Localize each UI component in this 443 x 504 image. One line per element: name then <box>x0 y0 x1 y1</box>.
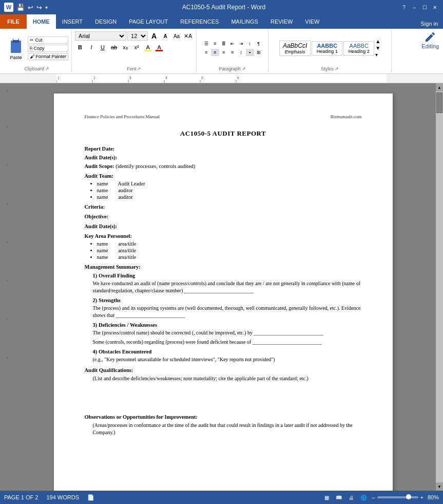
section3-heading: 3) Deficiencies / Weaknesses <box>93 322 362 328</box>
section3-body2[interactable]: Some (controls, records) regarding (proc… <box>93 339 362 346</box>
font-color-button[interactable]: A <box>154 42 164 52</box>
undo-icon[interactable]: ↩ <box>28 4 33 11</box>
help-button[interactable]: ? <box>400 3 408 11</box>
borders-button[interactable]: ⊞ <box>255 49 263 56</box>
increase-indent-button[interactable]: ⇥ <box>237 40 245 47</box>
italic-button[interactable]: I <box>86 42 97 52</box>
font-expand-icon[interactable]: ↗ <box>137 66 141 71</box>
section1-body[interactable]: We have conducted an audit of (name proc… <box>93 280 362 294</box>
clipboard-small-buttons: ✂ Cut ⎘ Copy 🖌 Format Painter <box>28 36 68 60</box>
svg-text:1: 1 <box>57 76 60 80</box>
change-case-button[interactable]: Aa <box>171 31 182 41</box>
view-normal-icon[interactable]: ▦ <box>322 493 331 501</box>
font-grow-button[interactable]: A <box>149 31 159 41</box>
signin-button[interactable]: Sign in <box>415 18 443 29</box>
tab-review[interactable]: REVIEW <box>264 14 299 29</box>
ruler-inner: 1 2 3 4 5 6 <box>56 74 387 83</box>
restore-button[interactable]: ☐ <box>420 3 429 11</box>
font-size-select[interactable]: 12 <box>127 31 148 41</box>
close-button[interactable]: ✕ <box>431 3 439 11</box>
ribbon-content: Paste ✂ Cut ⎘ Copy 🖌 Format Painter Clip… <box>0 29 443 74</box>
multilevel-list-button[interactable]: ≣ <box>220 40 228 47</box>
shading-button[interactable]: ▪ <box>246 49 254 56</box>
font-name-select[interactable]: Arial <box>75 31 126 41</box>
text-highlight-button[interactable]: A <box>143 42 153 52</box>
numbering-button[interactable]: ≡ <box>211 40 219 47</box>
superscript-button[interactable]: x² <box>131 42 142 52</box>
quick-save-icon[interactable]: 💾 <box>16 4 25 11</box>
observations-body[interactable]: (Areas/processes in conformance at the t… <box>93 422 362 436</box>
minimize-button[interactable]: – <box>410 3 418 11</box>
subscript-button[interactable]: x₂ <box>120 42 130 52</box>
svg-text:5: 5 <box>201 76 203 80</box>
tab-mailings[interactable]: MAILINGS <box>225 14 264 29</box>
strikethrough-button[interactable]: ab <box>109 42 119 52</box>
scroll-thumb[interactable] <box>436 92 442 113</box>
section2-body[interactable]: The (process) and its supporting systems… <box>93 305 362 319</box>
align-left-button[interactable]: ≡ <box>202 49 210 56</box>
styles-scroll-up[interactable]: ▲ <box>375 39 380 44</box>
paragraph-group-content: ☰ ≡ ≣ ⇤ ⇥ ↕ ¶ ≡ ≡ ≡ ≡ ↕ ▪ ⊞ <box>202 31 263 65</box>
decrease-indent-button[interactable]: ⇤ <box>228 40 237 47</box>
tab-view[interactable]: VIEW <box>299 14 325 29</box>
line-spacing-button[interactable]: ↕ <box>237 49 245 56</box>
audit-qual-body[interactable]: (List and describe deficiencies/weakness… <box>93 375 362 382</box>
tab-page-layout[interactable]: PAGE LAYOUT <box>123 14 174 29</box>
style-emphasis[interactable]: AaBbCcI Emphasis <box>279 41 311 56</box>
status-bar-right: ▦ 📖 🖨 🌐 – + 80% <box>322 493 439 501</box>
clipboard-expand-icon[interactable]: ↗ <box>45 66 49 71</box>
zoom-slider[interactable] <box>377 496 418 498</box>
audit-team-heading: Audit Team: <box>85 173 362 179</box>
font-shrink-button[interactable]: A <box>160 31 170 41</box>
scroll-down-button[interactable]: ▼ <box>436 482 443 491</box>
paragraph-expand-icon[interactable]: ↗ <box>242 66 246 71</box>
section2-heading: 2) Strengths <box>93 297 362 303</box>
word-count-icon[interactable]: 📄 <box>87 494 94 501</box>
paste-button[interactable]: Paste <box>5 35 27 62</box>
styles-expand[interactable]: ▾ <box>375 52 380 58</box>
style-heading2[interactable]: AABBC Heading 2 <box>343 41 374 55</box>
svg-rect-2 <box>13 38 18 40</box>
sort-button[interactable]: ↕ <box>246 40 254 47</box>
zoom-thumb[interactable] <box>406 494 411 499</box>
document-title[interactable]: AC1050-5 AUDIT REPORT <box>85 129 362 138</box>
vertical-scrollbar[interactable]: ▲ ▼ <box>436 83 443 491</box>
objective-heading: Objective: <box>85 214 362 219</box>
tab-insert[interactable]: INSERT <box>56 14 89 29</box>
status-bar-left: PAGE 1 OF 2 194 WORDS 📄 <box>4 494 94 501</box>
bullets-button[interactable]: ☰ <box>202 40 210 47</box>
zoom-minus-button[interactable]: – <box>372 494 375 500</box>
align-right-button[interactable]: ≡ <box>220 49 228 56</box>
view-print-icon[interactable]: 🖨 <box>347 493 355 501</box>
scroll-up-button[interactable]: ▲ <box>436 83 443 91</box>
copy-button[interactable]: ⎘ Copy <box>28 45 68 52</box>
bold-button[interactable]: B <box>75 42 85 52</box>
styles-scroll-down[interactable]: ▼ <box>375 45 380 51</box>
show-hide-button[interactable]: ¶ <box>255 40 263 47</box>
tab-references[interactable]: REFERENCES <box>174 14 225 29</box>
format-painter-button[interactable]: 🖌 Format Painter <box>28 53 68 60</box>
document-area[interactable]: Finance Policies and Procedures Manual B… <box>10 83 436 491</box>
clear-formatting-button[interactable]: ✕A <box>183 31 193 41</box>
svg-text:3: 3 <box>129 76 131 80</box>
section4-body[interactable]: (e.g., "Key personnel unavailable for sc… <box>93 356 362 363</box>
font-group: Arial 12 A A Aa ✕A B I U ab x₂ x² <box>72 30 197 72</box>
tab-home[interactable]: HOME <box>27 14 56 29</box>
zoom-plus-button[interactable]: + <box>420 494 423 500</box>
underline-button[interactable]: U <box>98 42 108 52</box>
align-center-button[interactable]: ≡ <box>211 49 219 56</box>
cut-button[interactable]: ✂ Cut <box>28 36 68 44</box>
redo-icon[interactable]: ↪ <box>36 4 42 11</box>
styles-expand-icon[interactable]: ↗ <box>335 66 339 71</box>
audit-dates-field: Audit Date(s): <box>85 155 362 160</box>
svg-text:4: 4 <box>165 76 167 80</box>
style-heading1[interactable]: AABBC Heading 1 <box>312 41 342 55</box>
section3-body1[interactable]: The (process/control name) should be cor… <box>93 329 362 337</box>
customize-icon[interactable]: ▾ <box>45 5 48 10</box>
styles-label: Styles ↗ <box>321 65 339 71</box>
tab-design[interactable]: DESIGN <box>89 14 123 29</box>
justify-button[interactable]: ≡ <box>228 49 237 56</box>
file-tab[interactable]: FILE <box>0 14 27 29</box>
view-web-icon[interactable]: 🌐 <box>359 493 368 501</box>
view-reading-icon[interactable]: 📖 <box>335 493 343 501</box>
